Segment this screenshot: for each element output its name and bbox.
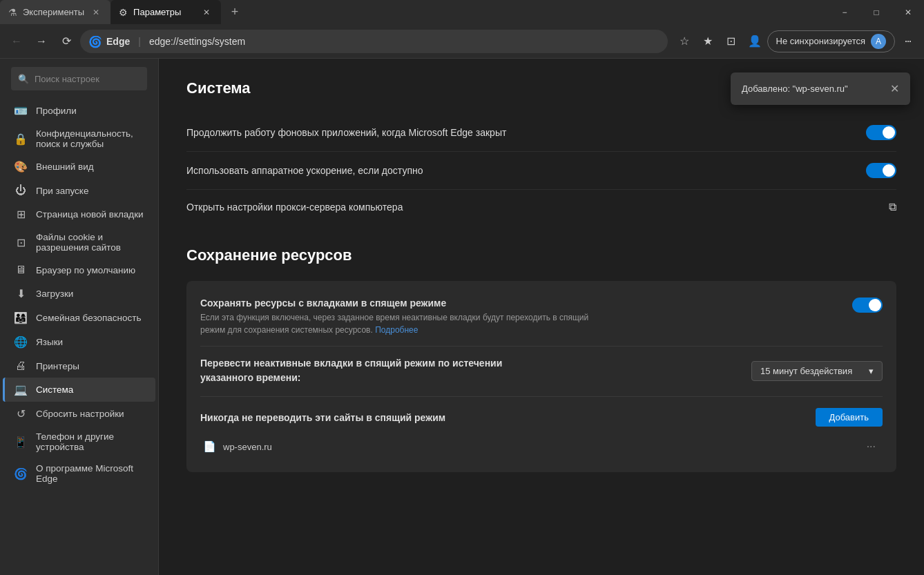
sidebar-item-downloads[interactable]: ⬇ Загрузки [3, 282, 155, 306]
close-button[interactable]: ✕ [892, 0, 924, 24]
forward-button[interactable]: → [30, 30, 52, 52]
sidebar-item-cookies-label: Файлы cookie и разрешения сайтов [36, 232, 144, 253]
more-button[interactable]: ··· [896, 30, 918, 52]
hw-accel-label: Использовать аппаратное ускорение, если … [186, 165, 423, 176]
toolbar-icons: ☆ ★ ⊡ 👤 Не синхронизируется A ··· [673, 30, 918, 52]
hw-accel-toggle[interactable] [866, 163, 896, 178]
sidebar-item-appearance[interactable]: 🎨 Внешний вид [3, 155, 155, 179]
no-sleep-label: Никогда не переводить эти сайты в спящий… [200, 412, 445, 423]
resource-title: Сохранение ресурсов [186, 246, 896, 264]
phone-icon: 📱 [14, 436, 28, 449]
sidebar-item-cookies[interactable]: ⊡ Файлы cookie и разрешения сайтов [3, 226, 155, 258]
sidebar-item-default[interactable]: 🖥 Браузер по умолчанию [3, 258, 155, 282]
hw-accel-thumb [883, 164, 895, 177]
family-icon: 👨‍👩‍👧 [14, 311, 28, 324]
reset-icon: ↺ [14, 407, 28, 420]
printers-icon: 🖨 [14, 360, 28, 372]
sidebar-item-family-label: Семейная безопасность [36, 313, 141, 323]
bg-apps-toggle[interactable] [866, 125, 896, 140]
edge-logo-icon: 🌀 [88, 35, 101, 48]
dropdown-chevron-icon: ▾ [869, 366, 874, 376]
sleep-tabs-toggle[interactable] [852, 298, 883, 313]
tab-settings[interactable]: ⚙ Параметры ✕ [110, 0, 221, 24]
resource-section: Сохранение ресурсов Сохранять ресурсы с … [186, 246, 896, 472]
system-icon: 💻 [14, 383, 28, 396]
tab-experiments[interactable]: ⚗ Эксперименты ✕ [0, 0, 110, 24]
inactive-label: Перевести неактивные вкладки в спящий ре… [200, 356, 511, 385]
close-experiments-tab[interactable]: ✕ [90, 6, 102, 19]
cookies-icon: ⊡ [14, 236, 28, 249]
avatar: A [871, 34, 886, 49]
sidebar-item-languages[interactable]: 🌐 Языки [3, 330, 155, 354]
sleep-tabs-more-link[interactable]: Подробнее [375, 325, 418, 335]
sidebar-item-reset[interactable]: ↺ Сбросить настройки [3, 402, 155, 426]
site-list-item: 📄 wp-seven.ru ··· [200, 432, 883, 461]
sleep-tabs-row: Сохранять ресурсы с вкладками в спящем р… [200, 292, 883, 342]
external-link-icon[interactable]: ⧉ [889, 201, 896, 213]
sidebar-item-reset-label: Сбросить настройки [36, 409, 124, 419]
startup-icon: ⏻ [14, 184, 28, 197]
tab-experiments-label: Эксперименты [23, 7, 84, 17]
profile-icon[interactable]: 👤 [744, 30, 766, 52]
address-url: edge://settings/system [149, 36, 245, 47]
bg-apps-setting: Продолжить работу фоновых приложений, ко… [186, 114, 896, 152]
bg-apps-track[interactable] [866, 125, 896, 140]
hw-accel-track[interactable] [866, 163, 896, 178]
minimize-button[interactable]: − [829, 0, 860, 24]
inactive-dropdown-value: 15 минут бездействия [760, 366, 852, 376]
bg-apps-label: Продолжить работу фоновых приложений, ко… [186, 127, 506, 138]
site-more-button[interactable]: ··· [863, 438, 880, 456]
toast-notification: Добавлено: "wp-seven.ru" ✕ [731, 72, 910, 105]
sidebar-item-about[interactable]: 🌀 О программе Microsoft Edge [3, 458, 155, 489]
tab-settings-label: Параметры [133, 7, 181, 17]
sidebar-item-family[interactable]: 👨‍👩‍👧 Семейная безопасность [3, 306, 155, 330]
sync-button[interactable]: Не синхронизируется A [767, 30, 895, 52]
collections-icon[interactable]: ⊡ [720, 30, 742, 52]
settings-tab-icon: ⚙ [119, 7, 128, 18]
toast-close-button[interactable]: ✕ [890, 82, 899, 95]
appearance-icon: 🎨 [14, 160, 28, 173]
sidebar-item-privacy[interactable]: 🔒 Конфиденциальность, поиск и службы [3, 123, 155, 155]
browser-name: Edge [106, 36, 130, 47]
sidebar-item-languages-label: Языки [36, 337, 63, 347]
refresh-button[interactable]: ⟳ [55, 30, 77, 52]
sidebar: 🔍 Поиск настроек 🪪 Профили 🔒 Конфиденциа… [0, 59, 159, 575]
window-controls: − □ ✕ [829, 0, 924, 24]
search-icon: 🔍 [18, 74, 29, 84]
downloads-icon: ⬇ [14, 287, 28, 300]
bookmark-icon[interactable]: ☆ [673, 30, 695, 52]
settings-search[interactable]: 🔍 Поиск настроек [11, 67, 147, 90]
favorites-icon[interactable]: ★ [697, 30, 719, 52]
sidebar-item-printers[interactable]: 🖨 Принтеры [3, 354, 155, 378]
back-button[interactable]: ← [6, 30, 28, 52]
resource-card: Сохранять ресурсы с вкладками в спящем р… [186, 281, 896, 472]
sleep-tabs-track[interactable] [852, 298, 883, 313]
toast-message: Добавлено: "wp-seven.ru" [742, 84, 848, 94]
close-settings-tab[interactable]: ✕ [200, 6, 213, 19]
sidebar-item-startup-label: При запуске [36, 186, 88, 196]
sidebar-item-system[interactable]: 💻 Система [3, 378, 155, 402]
sidebar-item-startup[interactable]: ⏻ При запуске [3, 179, 155, 202]
new-tab-button[interactable]: + [224, 3, 246, 22]
sidebar-item-phone[interactable]: 📱 Телефон и другие устройства [3, 426, 155, 458]
sidebar-item-newtab[interactable]: ⊞ Страница новой вкладки [3, 202, 155, 226]
sleep-tabs-thumb [869, 299, 881, 311]
address-field[interactable]: 🌀 Edge | edge://settings/system [80, 30, 668, 53]
maximize-button[interactable]: □ [860, 0, 892, 24]
sidebar-item-phone-label: Телефон и другие устройства [36, 431, 144, 452]
site-name: wp-seven.ru [223, 442, 856, 452]
address-bar: ← → ⟳ 🌀 Edge | edge://settings/system ☆ … [0, 24, 924, 59]
add-site-button[interactable]: Добавить [816, 408, 883, 427]
proxy-label: Открыть настройки прокси-сервера компьют… [186, 202, 403, 213]
proxy-setting: Открыть настройки прокси-сервера компьют… [186, 190, 896, 224]
sidebar-item-default-label: Браузер по умолчанию [36, 265, 135, 275]
sleep-tabs-label-block: Сохранять ресурсы с вкладками в спящем р… [200, 298, 838, 336]
sleep-tabs-label: Сохранять ресурсы с вкладками в спящем р… [200, 298, 838, 309]
sidebar-item-profiles[interactable]: 🪪 Профили [3, 99, 155, 123]
sidebar-item-printers-label: Принтеры [36, 361, 79, 371]
hw-accel-setting: Использовать аппаратное ускорение, если … [186, 152, 896, 190]
default-icon: 🖥 [14, 264, 28, 276]
sleep-tabs-desc: Если эта функция включена, через заданно… [200, 311, 615, 336]
inactive-dropdown[interactable]: 15 минут бездействия ▾ [751, 361, 883, 381]
title-bar: ⚗ Эксперименты ✕ ⚙ Параметры ✕ + − □ ✕ [0, 0, 924, 24]
